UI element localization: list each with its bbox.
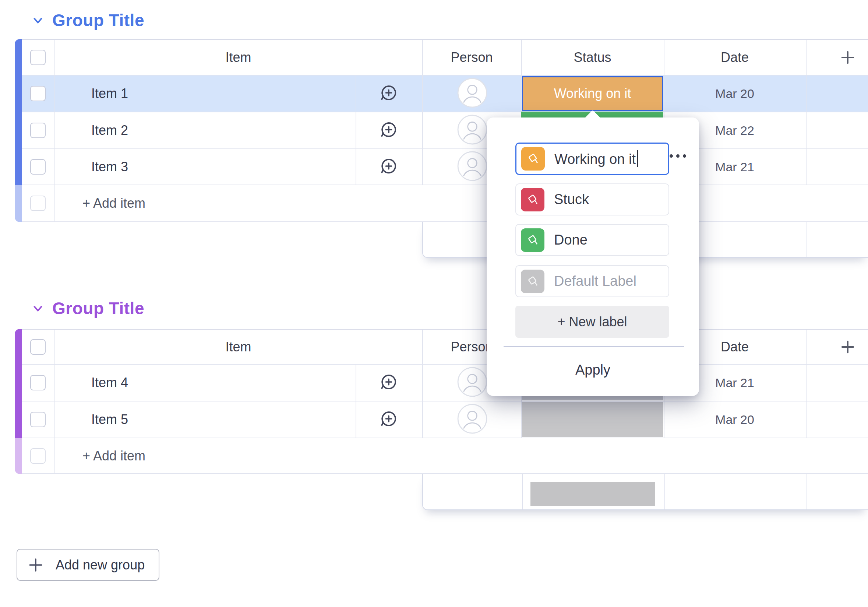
item-name-cell[interactable]: Item 5 — [54, 402, 165, 438]
table-row[interactable]: Item 2 Mar 22 — [22, 112, 868, 149]
column-header-item[interactable]: Item — [54, 330, 422, 364]
column-header-date[interactable]: Date — [664, 40, 806, 75]
row-checkbox[interactable] — [30, 412, 46, 427]
label-option-done[interactable]: Done — [515, 224, 669, 256]
chevron-down-icon[interactable] — [31, 301, 45, 315]
table-header-row: Item Person Status Date — [22, 39, 868, 76]
text-cursor — [637, 150, 638, 167]
plus-icon — [27, 556, 45, 574]
label-option-stuck[interactable]: Stuck — [515, 183, 669, 216]
table-row[interactable]: Item 4 Mar 21 — [22, 365, 868, 402]
add-update-icon[interactable] — [379, 373, 398, 393]
add-item-row[interactable]: + Add item — [22, 185, 868, 222]
add-new-group-label: Add new group — [56, 557, 145, 573]
group-2-header: Group Title — [31, 298, 144, 318]
person-avatar[interactable] — [457, 115, 487, 146]
status-cell[interactable] — [522, 402, 663, 437]
date-cell[interactable]: Mar 20 — [664, 76, 806, 112]
label-text: Working on it — [554, 150, 638, 167]
item-name-cell[interactable]: Item 3 — [54, 149, 165, 185]
group-color-bar-faded — [15, 185, 22, 222]
item-name-cell[interactable]: Item 1 — [54, 76, 165, 112]
status-distribution-bar — [530, 482, 655, 506]
group-color-bar — [15, 329, 22, 438]
select-all-checkbox[interactable] — [30, 339, 46, 355]
add-update-icon[interactable] — [379, 120, 398, 141]
group-color-bar-faded — [15, 438, 22, 474]
item-name-cell[interactable]: Item 4 — [54, 365, 165, 401]
add-item-button[interactable]: + Add item — [82, 185, 146, 221]
row-checkbox[interactable] — [30, 123, 46, 138]
table-row[interactable]: Item 1 Working on it Mar 20 — [22, 76, 868, 112]
row-checkbox[interactable] — [30, 375, 46, 390]
group-1-table: Item Person Status Date Item 1 — [15, 39, 868, 259]
column-header-item[interactable]: Item — [54, 40, 422, 75]
status-cell[interactable]: Working on it — [522, 76, 663, 111]
add-column-icon[interactable] — [839, 49, 856, 66]
group-2-table: Item Person Status Date Item 4 — [15, 329, 868, 511]
table-header-row: Item Person Status Date — [22, 329, 868, 365]
add-new-group-button[interactable]: Add new group — [17, 549, 160, 581]
paint-bucket-icon — [521, 270, 544, 293]
board-canvas: Group Title Item Person Status Date Item… — [0, 0, 868, 607]
apply-button[interactable]: Apply — [487, 362, 699, 378]
row-checkbox[interactable] — [30, 86, 46, 101]
item-name-cell[interactable]: Item 2 — [54, 112, 165, 148]
column-header-person[interactable]: Person — [422, 40, 521, 75]
row-checkbox[interactable] — [30, 159, 46, 175]
label-text: Done — [554, 232, 587, 248]
person-avatar[interactable] — [457, 78, 487, 109]
label-text: Default Label — [554, 273, 637, 289]
select-all-checkbox[interactable] — [30, 50, 46, 65]
status-label-popup: Working on it Stuck Done — [487, 118, 699, 396]
row-checkbox-disabled — [30, 448, 46, 464]
person-avatar[interactable] — [457, 151, 487, 183]
person-avatar[interactable] — [457, 367, 487, 399]
paint-bucket-icon — [521, 188, 544, 211]
add-item-row[interactable]: + Add item — [22, 438, 868, 474]
table-row[interactable]: Item 3 Mar 21 — [22, 149, 868, 185]
paint-bucket-icon — [521, 147, 545, 171]
group-title[interactable]: Group Title — [52, 298, 144, 318]
chevron-down-icon[interactable] — [31, 13, 45, 27]
group-summary-row — [422, 474, 868, 510]
add-item-button[interactable]: + Add item — [82, 438, 146, 473]
add-update-icon[interactable] — [379, 157, 398, 177]
label-text: Stuck — [554, 191, 589, 207]
person-avatar[interactable] — [457, 404, 487, 435]
add-update-icon[interactable] — [379, 83, 398, 104]
popup-divider — [504, 346, 684, 347]
row-checkbox-disabled — [30, 196, 46, 211]
label-edit-input[interactable]: Working on it — [515, 143, 669, 175]
date-cell[interactable]: Mar 20 — [664, 402, 806, 438]
label-option-default[interactable]: Default Label — [515, 265, 669, 297]
paint-bucket-icon — [521, 228, 544, 252]
column-header-status[interactable]: Status — [521, 40, 664, 75]
label-options-menu-icon[interactable] — [670, 154, 686, 158]
add-update-icon[interactable] — [379, 409, 398, 430]
group-color-bar — [15, 39, 22, 185]
group-title[interactable]: Group Title — [52, 10, 144, 30]
group-1-header: Group Title — [31, 10, 144, 30]
add-column-icon[interactable] — [839, 338, 856, 356]
table-row[interactable]: Item 5 Mar 20 — [22, 402, 868, 438]
new-label-button[interactable]: + New label — [515, 306, 669, 338]
